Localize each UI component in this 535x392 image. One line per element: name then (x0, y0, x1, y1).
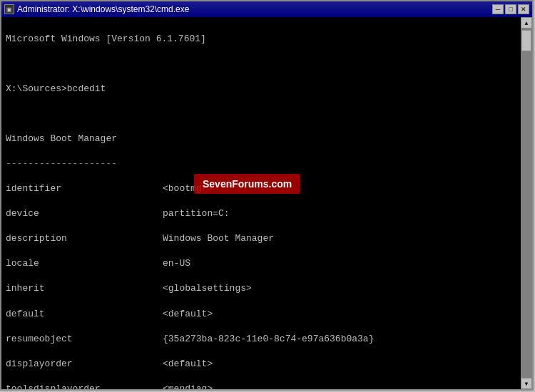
titlebar-left: ▣ Administrator: X:\windows\system32\cmd… (4, 4, 189, 14)
scroll-down-button[interactable]: ▼ (521, 378, 532, 389)
blank-line-1 (6, 58, 516, 71)
bm-locale: localeen-US (6, 257, 516, 270)
restore-button[interactable]: □ (505, 4, 516, 14)
terminal-body[interactable]: Microsoft Windows [Version 6.1.7601] X:\… (1, 17, 521, 389)
titlebar-buttons: ─ □ ✕ (492, 4, 529, 14)
window-title: Administrator: X:\windows\system32\cmd.e… (17, 4, 189, 14)
terminal-content: Microsoft Windows [Version 6.1.7601] X:\… (1, 17, 521, 389)
scroll-track[interactable] (521, 29, 532, 378)
header-line: Microsoft Windows [Version 6.1.7601] (6, 33, 516, 46)
bm-resumeobject: resumeobject{35a273ba-823c-11e0-8c74-e97… (6, 333, 516, 346)
prompt-bcdedit: X:\Sources>bcdedit (6, 83, 516, 96)
bm-inherit: inherit<globalsettings> (6, 282, 516, 295)
section1-title: Windows Boot Manager (6, 133, 516, 145)
bm-default: default<default> (6, 308, 516, 321)
scrollbar[interactable]: ▲ ▼ (521, 17, 532, 389)
bm-identifier: identifier<bootmgr> (6, 182, 516, 195)
terminal-wrapper: Microsoft Windows [Version 6.1.7601] X:\… (1, 17, 532, 389)
section1-sep: -------------------- (6, 158, 516, 170)
scroll-up-button[interactable]: ▲ (521, 17, 532, 29)
minimize-button[interactable]: ─ (492, 4, 504, 14)
bm-device: devicepartition=C: (6, 207, 516, 220)
cmd-window: ▣ Administrator: X:\windows\system32\cmd… (0, 0, 534, 391)
window-icon: ▣ (4, 4, 14, 14)
close-button[interactable]: ✕ (518, 4, 529, 14)
bm-description: descriptionWindows Boot Manager (6, 232, 516, 245)
scroll-thumb[interactable] (521, 30, 531, 51)
blank-line-2 (6, 108, 516, 120)
bm-displayorder: displayorder<default> (6, 358, 516, 371)
titlebar: ▣ Administrator: X:\windows\system32\cmd… (1, 1, 532, 17)
bm-toolsdisplayorder: toolsdisplayorder<mendiag> (6, 383, 516, 389)
